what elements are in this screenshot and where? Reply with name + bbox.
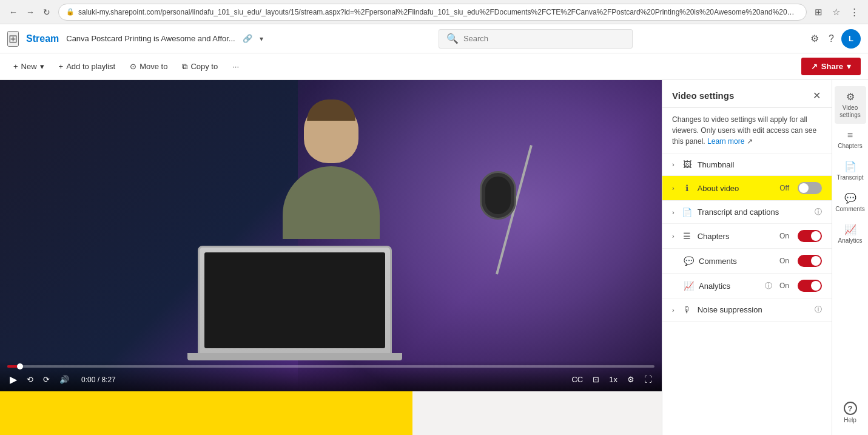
chevron-right-icon-noise: › — [672, 306, 675, 314]
comments-toggle[interactable] — [798, 255, 822, 267]
comments-label: Comments — [699, 257, 775, 266]
transcript-icon: 📄 — [682, 207, 693, 217]
transcript-info-icon[interactable]: ⓘ — [815, 207, 822, 217]
settings-item-chapters[interactable]: › ☰ Chapters On — [662, 224, 832, 249]
settings-item-comments[interactable]: 💬 Comments On — [662, 249, 832, 274]
add-playlist-button[interactable]: + Add to playlist — [53, 58, 122, 75]
right-icon-transcript[interactable]: 📄 Transcript — [835, 156, 866, 186]
chapters-bar-icon: ≡ — [847, 130, 853, 141]
analytics-toggle[interactable] — [798, 280, 822, 292]
settings-item-about-video[interactable]: › ℹ About video Off — [662, 176, 832, 201]
browser-actions: ⊞ ☆ ⋮ — [812, 5, 862, 19]
right-icon-chapters[interactable]: ≡ Chapters — [835, 125, 866, 155]
header-right: ⚙ ? L — [808, 29, 861, 49]
right-icon-video-settings[interactable]: ⚙ Video settings — [835, 86, 866, 124]
browser-chrome: ← → ↻ 🔒 saluki-my.sharepoint.com/persona… — [0, 0, 868, 24]
rewind-button[interactable]: ⟲ — [24, 374, 36, 385]
app-name: Stream — [26, 33, 59, 44]
transcript-bar-label: Transcript — [836, 174, 863, 181]
back-button[interactable]: ← — [6, 6, 21, 18]
bookmark-button[interactable]: ☆ — [829, 5, 843, 19]
forward-button[interactable]: ⟳ — [41, 374, 52, 385]
avatar[interactable]: L — [841, 29, 861, 49]
chapters-bar-label: Chapters — [838, 143, 863, 150]
share-button[interactable]: ↗ Share ▾ — [801, 58, 861, 75]
video-settings-panel: Video settings ✕ Changes to video settin… — [662, 80, 832, 435]
search-icon: 🔍 — [446, 33, 459, 44]
chapters-toggle[interactable] — [798, 230, 822, 242]
about-video-label: About video — [698, 184, 775, 193]
settings-item-noise-suppression[interactable]: › 🎙 Noise suppression ⓘ — [662, 298, 832, 322]
speed-button[interactable]: 1x — [607, 374, 620, 385]
settings-item-transcript[interactable]: › 📄 Transcript and captions ⓘ — [662, 201, 832, 224]
transcript-label: Transcript and captions — [698, 207, 809, 217]
lock-icon: 🔒 — [66, 8, 75, 16]
settings-panel-title: Video settings — [672, 90, 734, 101]
video-player[interactable] — [0, 80, 662, 391]
progress-bar[interactable] — [7, 365, 654, 368]
analytics-bar-label: Analytics — [838, 237, 862, 244]
thumbnail-label: Thumbnail — [698, 160, 822, 169]
right-icon-help[interactable]: ? Help — [835, 397, 866, 429]
settings-button[interactable]: ⚙ — [808, 30, 821, 47]
analytics-status: On — [779, 282, 789, 290]
volume-button[interactable]: 🔊 — [57, 374, 72, 385]
address-text: saluki-my.sharepoint.com/personal/lindaf… — [78, 8, 799, 16]
search-box[interactable]: 🔍 — [439, 29, 633, 49]
video-controls: ▶ ⟲ ⟳ 🔊 0:00 / 8:27 CC ⊡ 1x ⚙ ⛶ — [0, 360, 662, 391]
right-icons-bar: ⚙ Video settings ≡ Chapters 📄 Transcript… — [832, 80, 868, 435]
right-icon-comments[interactable]: 💬 Comments — [835, 187, 866, 218]
new-button[interactable]: + New ▾ — [7, 58, 50, 75]
comments-status: On — [779, 257, 789, 265]
head-shape — [304, 103, 358, 163]
video-settings-icon: ⚙ — [846, 91, 855, 103]
forward-button[interactable]: → — [23, 6, 38, 18]
help-button[interactable]: ? — [826, 31, 836, 47]
help-bar-icon: ? — [844, 402, 857, 415]
comments-bar-icon: 💬 — [844, 192, 856, 204]
about-video-icon: ℹ — [682, 183, 693, 193]
main-content: ▶ ⟲ ⟳ 🔊 0:00 / 8:27 CC ⊡ 1x ⚙ ⛶ — [0, 80, 868, 435]
move-icon: ⊙ — [130, 62, 136, 71]
search-input[interactable] — [463, 34, 625, 43]
app-header: ⊞ Stream Canva Postcard Printing is Awes… — [0, 24, 868, 53]
comments-icon: 💬 — [683, 256, 694, 266]
microphone-arm — [407, 141, 528, 323]
noise-label: Noise suppression — [698, 305, 809, 314]
settings-item-thumbnail[interactable]: › 🖼 Thumbnail — [662, 153, 832, 176]
fullscreen-button[interactable]: ⛶ — [642, 374, 654, 385]
gear-button[interactable]: ⚙ — [625, 374, 637, 385]
play-button[interactable]: ▶ — [7, 373, 19, 386]
more-button[interactable]: ··· — [226, 58, 245, 75]
extensions-button[interactable]: ⊞ — [812, 5, 826, 19]
chevron-right-icon: › — [672, 161, 675, 168]
settings-item-analytics[interactable]: 📈 Analytics ⓘ On — [662, 274, 832, 298]
analytics-label: Analytics — [699, 282, 759, 291]
video-player-container: ▶ ⟲ ⟳ 🔊 0:00 / 8:27 CC ⊡ 1x ⚙ ⛶ — [0, 80, 662, 391]
microphone — [480, 171, 516, 220]
right-icon-analytics[interactable]: 📈 Analytics — [835, 219, 866, 249]
waffle-menu-button[interactable]: ⊞ — [7, 31, 19, 47]
settings-header: Video settings ✕ — [662, 80, 832, 108]
learn-more-link[interactable]: Learn more — [707, 137, 744, 146]
share-chevron-icon: ▾ — [847, 62, 851, 71]
settings-close-button[interactable]: ✕ — [812, 89, 822, 103]
hair — [307, 99, 355, 121]
laptop — [198, 246, 392, 355]
noise-info-icon[interactable]: ⓘ — [815, 305, 822, 315]
browser-menu-button[interactable]: ⋮ — [847, 5, 862, 19]
address-bar[interactable]: 🔒 saluki-my.sharepoint.com/personal/lind… — [58, 4, 807, 21]
chevron-down-icon: ▾ — [260, 35, 263, 43]
chevron-right-icon-chapters: › — [672, 232, 675, 240]
refresh-button[interactable]: ↻ — [40, 6, 53, 18]
body-shirt — [283, 166, 380, 239]
video-title: Canva Postcard Printing is Awesome and A… — [66, 34, 235, 43]
chapters-label: Chapters — [698, 232, 775, 241]
copy-to-button[interactable]: ⧉ Copy to — [176, 58, 224, 75]
move-to-button[interactable]: ⊙ Move to — [124, 58, 173, 75]
analytics-bar-icon: 📈 — [844, 224, 856, 235]
about-video-toggle[interactable] — [798, 182, 822, 194]
captions-button[interactable]: CC — [569, 374, 585, 385]
pip-button[interactable]: ⊡ — [590, 374, 602, 385]
analytics-info-icon[interactable]: ⓘ — [765, 281, 772, 291]
